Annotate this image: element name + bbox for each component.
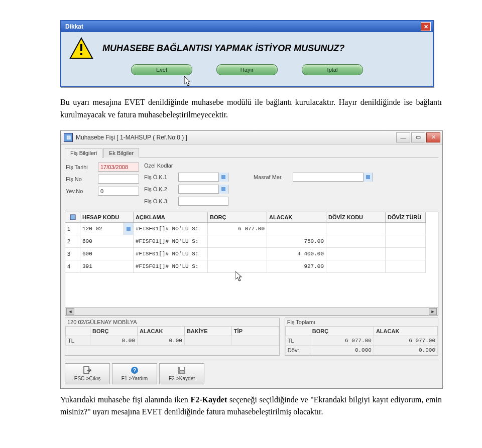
svg-rect-5	[221, 187, 225, 191]
window-titlebar: ▦ Muhasebe Fişi [ 1-MAHSUP ( Ref.No:0 ) …	[61, 131, 442, 144]
label-fis-no: Fiş No	[66, 176, 95, 182]
button-label: ESC->Çıkış	[74, 376, 101, 381]
dialog-message: MUHASEBE BAĞLANTISI YAPMAK İSTİYOR MUSUN…	[102, 43, 344, 54]
tabs: Fiş Bilgileri Ek Bilgiler	[65, 147, 438, 158]
label-fok3: Fiş Ö.K.3	[144, 198, 175, 204]
lookup-icon[interactable]	[218, 185, 228, 194]
dialog-titlebar: Dikkat ✕	[61, 21, 433, 32]
fis-tarihi-input[interactable]: 17/03/2008	[98, 163, 139, 172]
fis-toplami-label: Fiş Toplamı	[285, 318, 438, 326]
scroll-left-icon[interactable]: ◄	[66, 308, 74, 315]
label-fis-tarihi: Fiş Tarihi	[66, 164, 95, 170]
label-fok1: Fiş Ö.K.1	[144, 174, 175, 180]
cell-alacak: 0.000	[374, 346, 438, 355]
bottom-toolbar: ESC->Çıkış ? F1->Yardım F2->Kaydet	[65, 360, 438, 384]
yes-button[interactable]: Evet	[131, 64, 192, 75]
lookup-icon[interactable]	[363, 173, 373, 182]
col-alacak: ALACAK	[138, 326, 185, 336]
cancel-button[interactable]: İptal	[302, 64, 363, 75]
col-bakiye: BAKİYE	[185, 326, 232, 336]
button-label: F2->Kaydet	[169, 376, 195, 381]
f2-kaydet-button[interactable]: F2->Kaydet	[159, 363, 204, 384]
row-label: Döv:	[285, 346, 310, 355]
fok2-input[interactable]	[178, 185, 228, 194]
col-borc: BORÇ	[310, 326, 374, 336]
svg-rect-14	[180, 367, 184, 370]
col-hesap-kodu[interactable]: HESAP KODU	[80, 212, 134, 223]
dialog-title: Dikkat	[65, 23, 83, 30]
cell-tip	[232, 336, 279, 346]
cell-borc: 6 077.00	[310, 336, 374, 346]
window-title: Muhasebe Fişi [ 1-MAHSUP ( Ref.No:0 ) ]	[76, 134, 187, 141]
button-label: F1->Yardım	[122, 376, 148, 381]
label-ozel-kodlar: Özel Kodlar	[144, 163, 228, 169]
tab-fis-bilgileri[interactable]: Fiş Bilgileri	[65, 148, 102, 158]
svg-marker-9	[235, 271, 242, 281]
svg-rect-4	[221, 175, 225, 179]
save-icon	[177, 366, 186, 375]
paragraph-2: Yukarıdaki muhasebe fişi alanında iken F…	[60, 394, 442, 419]
svg-rect-8	[127, 227, 131, 231]
col-tip: TİP	[232, 326, 279, 336]
maximize-icon[interactable]: ▭	[411, 132, 425, 142]
lookup-icon[interactable]	[124, 223, 133, 235]
warning-icon	[69, 37, 93, 59]
cursor-icon	[184, 76, 192, 86]
table-row[interactable]: 4 391 #FISF01[]# NO'LU S: 927.00	[65, 260, 438, 273]
svg-rect-1	[80, 44, 82, 51]
app-icon: ▦	[64, 133, 73, 142]
svg-text:?: ?	[133, 367, 137, 373]
table-row[interactable]: 2 600 #FISF01[]# NO'LU S: 750.00	[65, 235, 438, 248]
col-borc: BORÇ	[90, 326, 138, 336]
yev-no-input[interactable]: 0	[98, 187, 139, 196]
cell-bakiye	[185, 336, 232, 346]
lookup-icon[interactable]	[218, 173, 228, 182]
horizontal-scrollbar[interactable]: ◄ ►	[65, 308, 438, 315]
account-path-label: 120 02/GÜLENAY MOBİLYA	[65, 318, 279, 326]
f1-yardim-button[interactable]: ? F1->Yardım	[112, 363, 157, 384]
entries-grid: HESAP KODU AÇIKLAMA BORÇ ALACAK DÖVİZ KO…	[65, 212, 438, 316]
col-borc[interactable]: BORÇ	[208, 212, 267, 223]
grid-empty-area[interactable]	[65, 273, 438, 308]
minimize-icon[interactable]: —	[396, 132, 410, 142]
svg-rect-15	[180, 371, 184, 373]
svg-marker-3	[184, 76, 190, 86]
exit-icon	[83, 366, 92, 375]
svg-rect-2	[80, 53, 82, 55]
cursor-icon	[235, 271, 244, 281]
help-icon: ?	[130, 366, 139, 375]
close-icon[interactable]: ✕	[426, 132, 440, 142]
scroll-right-icon[interactable]: ►	[429, 308, 437, 315]
masraf-mer-input[interactable]	[293, 173, 373, 182]
svg-rect-7	[70, 215, 75, 220]
col-alacak[interactable]: ALACAK	[267, 212, 326, 223]
row-label: TL	[65, 336, 90, 346]
no-button[interactable]: Hayır	[216, 64, 278, 75]
warning-dialog: Dikkat ✕ MUHASEBE BAĞLANTISI YAPMAK İSTİ…	[60, 20, 434, 87]
col-alacak: ALACAK	[374, 326, 438, 336]
cell-alacak: 6 077.00	[374, 336, 438, 346]
label-fok2: Fiş Ö.K.2	[144, 186, 175, 192]
cell-borc: 0.00	[90, 336, 138, 346]
muhasebe-fisi-window: ▦ Muhasebe Fişi [ 1-MAHSUP ( Ref.No:0 ) …	[60, 130, 443, 389]
fok1-input[interactable]	[178, 173, 228, 182]
tab-ek-bilgiler[interactable]: Ek Bilgiler	[103, 148, 139, 158]
row-label: TL	[285, 336, 310, 346]
svg-rect-6	[366, 175, 370, 179]
label-masraf-mer: Masraf Mer.	[254, 174, 290, 180]
fok3-input[interactable]	[178, 197, 228, 206]
cell-alacak: 0.00	[138, 336, 185, 346]
esc-cikis-button[interactable]: ESC->Çıkış	[65, 363, 110, 384]
table-row[interactable]: 3 600 #FISF01[]# NO'LU S: 4 400.00	[65, 248, 438, 260]
grid-corner-icon[interactable]	[65, 212, 80, 223]
label-yev-no: Yev.No	[66, 188, 95, 194]
col-doviz-kodu[interactable]: DÖVİZ KODU	[326, 212, 386, 223]
paragraph-1: Bu uyarı mesajına EVET denildiğinde muha…	[60, 96, 442, 121]
close-icon[interactable]: ✕	[421, 22, 431, 31]
cell-borc: 0.000	[310, 346, 374, 355]
fis-no-input[interactable]	[98, 175, 139, 184]
col-doviz-turu[interactable]: DÖVİZ TÜRÜ	[386, 212, 426, 223]
col-aciklama[interactable]: AÇIKLAMA	[134, 212, 208, 223]
table-row[interactable]: 1 120 02 #FISF01[]# NO'LU S: 6 077.00	[65, 223, 438, 235]
